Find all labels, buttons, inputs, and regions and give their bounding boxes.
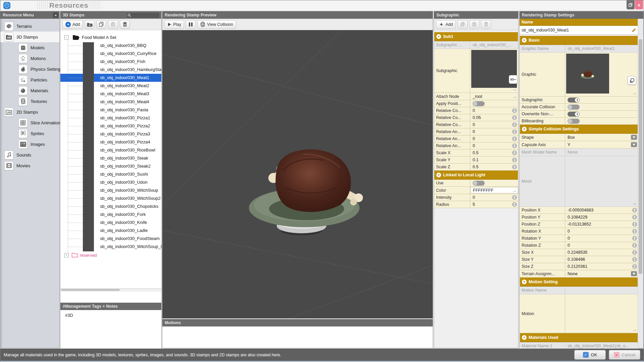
tree-item-pizza3[interactable]: sb_obj_indoor030_Pizza3 (60, 130, 161, 138)
tags-notes-area[interactable]: #3D (60, 310, 161, 348)
sidebar-item-movies[interactable]: Movies (0, 160, 59, 171)
prop-value[interactable]: 0 (470, 107, 518, 114)
delete-subgraphic-button[interactable] (481, 20, 491, 29)
tree-item-udon[interactable]: sb_obj_indoor030_Udon (60, 178, 161, 186)
value-spinner[interactable] (632, 243, 637, 248)
value-spinner[interactable] (512, 202, 517, 207)
value-spinner[interactable] (512, 150, 517, 155)
sidebar-item-sprites[interactable]: Sprites (0, 128, 59, 139)
tree-item-witchsoup[interactable]: sb_obj_indoor030_WitchSoup (60, 186, 161, 194)
prop-value[interactable]: 0.2248535 (565, 249, 638, 256)
value-spinner[interactable] (512, 122, 517, 127)
tree-item-foodsteam[interactable]: sb_obj_indoor030_FoodSteam (60, 235, 161, 243)
tree-item-sushi[interactable]: sb_obj_indoor030_Sushi (60, 170, 161, 178)
section-header-simple-collision-settings[interactable]: Simple Collision Settings (520, 125, 638, 134)
section-header-linked-to-local-light[interactable]: Linked to Local Light (434, 171, 518, 180)
value-spinner[interactable] (632, 236, 637, 241)
prop-value[interactable]: → (565, 53, 638, 96)
dropdown-chevron-icon[interactable] (631, 142, 637, 147)
section-header-materials-used[interactable]: Materials Used (520, 333, 638, 342)
value-spinner[interactable] (512, 195, 517, 200)
tree-item-meat2[interactable]: sb_obj_indoor030_Meat2 (60, 82, 161, 90)
value-spinner[interactable] (512, 158, 517, 162)
sidebar-item-sounds[interactable]: Sounds (0, 149, 59, 160)
new-folder-button[interactable] (85, 20, 95, 29)
scrollbar-thumb[interactable] (61, 289, 120, 291)
prop-value[interactable]: 0 (470, 135, 518, 142)
paste-subgraphic-button[interactable] (469, 20, 479, 29)
tree-item-witchsoup2[interactable]: sb_obj_indoor030_WitchSoup2 (60, 194, 161, 202)
section-header-basic[interactable]: Basic (520, 36, 638, 45)
tree-item-pizza2[interactable]: sb_obj_indoor030_Pizza2 (60, 122, 161, 130)
value-spinner[interactable] (632, 250, 637, 255)
close-window-button[interactable]: x (635, 0, 643, 9)
tree-horizontal-scrollbar[interactable] (60, 288, 161, 292)
dropdown-chevron-icon[interactable] (631, 135, 637, 140)
value-spinner[interactable] (512, 143, 517, 148)
prop-value[interactable]: 0 (565, 242, 638, 249)
sidebar-item-textures[interactable]: Textures (0, 96, 59, 107)
toggle-switch[interactable] (568, 119, 580, 124)
tree-item-pizza1[interactable]: sb_obj_indoor030_Pizza1 (60, 114, 161, 122)
ok-button[interactable]: ✓ OK (574, 350, 606, 360)
prop-value[interactable]: -0.005004883 (565, 207, 638, 214)
toggle-switch[interactable] (568, 105, 580, 110)
prop-value[interactable]: Y (565, 141, 638, 148)
value-spinner[interactable] (512, 108, 517, 113)
paste-stamp-button[interactable] (108, 20, 118, 29)
sidebar-item-images[interactable]: GImages (0, 139, 59, 149)
pause-button[interactable] (186, 20, 196, 29)
motions-list-area[interactable] (162, 326, 433, 347)
tree-item-meat4[interactable]: sb_obj_indoor030_Meat4 (60, 98, 161, 106)
tree-item-steak[interactable]: sb_obj_indoor030_Steak (60, 154, 161, 162)
tree-item-chopsticks[interactable]: sb_obj_indoor030_Chopsticks (60, 202, 161, 210)
sidebar-item-physics-settings[interactable]: Physics Settings (0, 64, 59, 74)
prop-value[interactable]: 0 (565, 228, 638, 235)
prop-value[interactable]: 0.1084229 (565, 214, 638, 221)
prop-value[interactable]: Box (565, 134, 638, 141)
tree-root-folder[interactable]: − Food Model A Set (60, 33, 161, 42)
tree-item-bbq[interactable]: sb_obj_indoor030_BBQ (60, 42, 161, 50)
tree-item-ladle[interactable]: sb_obj_indoor030_Ladle (60, 227, 161, 235)
value-spinner[interactable] (512, 115, 517, 120)
prop-value[interactable]: None (565, 270, 638, 277)
sidebar-item-slice-animation[interactable]: Slice Animation (0, 117, 59, 128)
copy-subgraphic-button[interactable] (458, 20, 468, 29)
sidebar-item-motions[interactable]: Motions (0, 53, 59, 64)
sidebar-item-materials[interactable]: Materials (0, 85, 59, 96)
prop-value[interactable]: 0.108496 (565, 256, 638, 263)
collapse-sidebar-button[interactable]: « (53, 12, 58, 18)
tree-item-fish[interactable]: sb_obj_indoor030_Fish (60, 58, 161, 66)
prop-value[interactable]: 0.1 (470, 157, 518, 163)
prop-value[interactable]: 0 (470, 142, 518, 149)
toggle-switch[interactable] (568, 98, 580, 103)
toggle-switch[interactable] (473, 181, 485, 186)
value-spinner[interactable] (512, 165, 517, 169)
tree-reserved-folder[interactable]: + reserved (60, 251, 161, 259)
view-collision-button[interactable]: View Collision (197, 20, 236, 29)
sidebar-item-3d-stamps[interactable]: 3D3D Stamps (0, 32, 59, 42)
tree-item-fork[interactable]: sb_obj_indoor030_Fork (60, 210, 161, 219)
restore-window-button[interactable] (627, 0, 635, 9)
prop-value[interactable]: -0.01313652 (565, 221, 638, 228)
prop-value[interactable]: 0 (470, 121, 518, 128)
tree-item-curryrice[interactable]: sb_obj_indoor030_CurryRice (60, 50, 161, 58)
prop-value[interactable]: 5 (470, 201, 518, 208)
stamps-search-input[interactable] (126, 12, 160, 18)
go-to-reference-arrow-icon[interactable]: → (512, 86, 517, 92)
section-header-motion-setting[interactable]: Motion Setting (520, 278, 638, 287)
value-spinner[interactable] (632, 222, 637, 227)
tree-item-pasta[interactable]: sb_obj_indoor030_Pasta (60, 106, 161, 114)
sidebar-item-models[interactable]: Models (0, 42, 59, 53)
graphic-thumbnail[interactable] (566, 54, 609, 94)
tree-item-steak2[interactable]: sb_obj_indoor030_Steak2 (60, 162, 161, 170)
value-spinner[interactable] (632, 208, 637, 213)
tree-item-knife[interactable]: sb_obj_indoor030_Knife (60, 219, 161, 227)
prop-value[interactable]: 0.05 (470, 114, 518, 121)
copy-stamp-button[interactable] (96, 20, 106, 29)
scrollbar-thumb[interactable] (639, 39, 642, 274)
play-button[interactable]: Play (164, 20, 184, 29)
prop-value[interactable]: 0.5 (470, 149, 518, 156)
go-to-reference-arrow-icon[interactable]: → (512, 188, 517, 193)
go-to-reference-arrow-icon[interactable]: → (632, 200, 637, 206)
